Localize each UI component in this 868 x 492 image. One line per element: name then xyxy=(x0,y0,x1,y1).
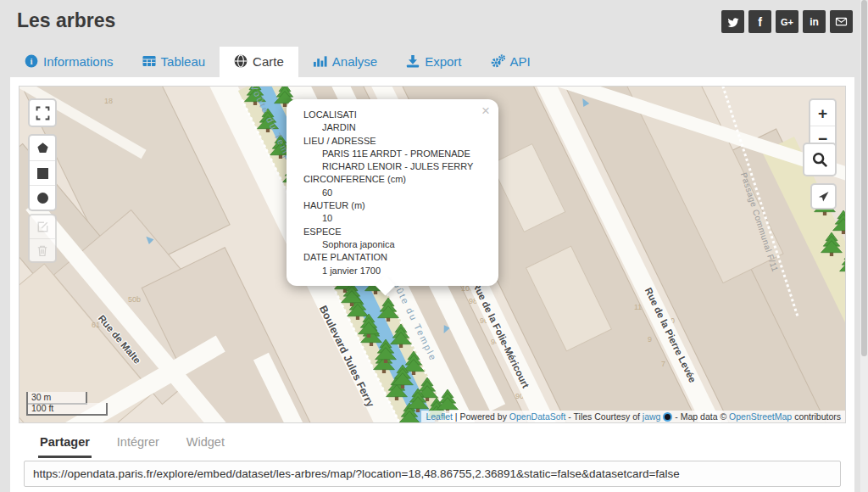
tab-export[interactable]: Export xyxy=(392,47,476,77)
draw-polygon-button[interactable] xyxy=(30,136,55,160)
popup-field-label: LOCALISATI xyxy=(303,109,487,121)
jawg-link[interactable]: jawg xyxy=(643,411,661,422)
email-share-button[interactable] xyxy=(830,10,853,33)
popup-field-value: Sophora japonica xyxy=(303,238,487,251)
circle-icon xyxy=(37,193,48,204)
draw-toolbar xyxy=(28,134,57,211)
popup-field-label: LIEU / ADRESSE xyxy=(303,135,487,148)
scrollbar-thumb[interactable] xyxy=(861,0,867,356)
scale-control: 30 m 100 ft xyxy=(26,392,108,416)
scale-imperial: 100 ft xyxy=(26,403,108,416)
bar-chart-icon xyxy=(313,54,327,68)
polygon-icon xyxy=(36,142,49,154)
tab-api[interactable]: API xyxy=(476,47,545,77)
facebook-share-button[interactable]: f xyxy=(748,10,771,33)
house-number: 7 xyxy=(661,360,665,368)
locate-arrow-icon xyxy=(817,190,830,203)
page-title: Les arbres xyxy=(17,9,115,32)
zoom-in-button[interactable]: + xyxy=(810,100,835,126)
share-url-input[interactable] xyxy=(24,461,841,487)
share-tab-partager[interactable]: Partager xyxy=(38,430,92,458)
tree-marker[interactable] xyxy=(375,339,397,363)
popup-field-value: JARDIN xyxy=(303,121,487,134)
draw-rectangle-button[interactable] xyxy=(30,160,55,185)
jawg-logo-icon xyxy=(663,412,672,422)
dataset-tabbar: iInformations Tableau Carte Analyse Expo… xyxy=(10,47,545,77)
tree-marker[interactable] xyxy=(839,251,846,275)
facebook-icon: f xyxy=(758,15,762,29)
edit-icon xyxy=(36,221,49,233)
page-scrollbar[interactable] xyxy=(860,0,868,492)
tab-analyse[interactable]: Analyse xyxy=(298,47,392,77)
house-number: 11 xyxy=(634,303,642,311)
share-tab-integrer[interactable]: Intégrer xyxy=(115,430,161,458)
leaflet-link[interactable]: Leaflet xyxy=(426,411,453,422)
locate-button[interactable] xyxy=(810,183,837,210)
tree-marker[interactable] xyxy=(341,282,363,306)
fullscreen-icon xyxy=(36,106,50,120)
content-panel: Boulevard Jules Ferry Rue de Malte Rue d… xyxy=(10,77,854,492)
delete-shapes-button[interactable] xyxy=(30,238,55,261)
tree-marker[interactable] xyxy=(832,210,846,234)
openstreetmap-link[interactable]: OpenStreetMap xyxy=(729,411,792,422)
googleplus-share-button[interactable]: G+ xyxy=(776,10,798,33)
tree-marker[interactable] xyxy=(358,314,380,338)
edit-shapes-button[interactable] xyxy=(30,215,55,238)
map-attribution: Leaflet | Powered by OpenDataSoft - Tile… xyxy=(421,411,845,422)
map-canvas[interactable]: Boulevard Jules Ferry Rue de Malte Rue d… xyxy=(19,86,846,423)
email-icon xyxy=(835,15,848,28)
popup-field-value: 60 xyxy=(303,187,487,199)
tab-tableau[interactable]: Tableau xyxy=(128,47,220,77)
house-number: 9 xyxy=(648,335,652,344)
linkedin-icon: in xyxy=(810,16,819,28)
share-tabbar: Partager Intégrer Widget xyxy=(38,430,226,458)
popup-field-value: 10 xyxy=(303,212,487,225)
house-number: 18 xyxy=(104,97,113,105)
popup-field-value: PARIS 11E ARRDT - PROMENADE xyxy=(303,148,487,160)
tab-carte[interactable]: Carte xyxy=(220,47,298,77)
tree-marker[interactable] xyxy=(392,365,414,389)
twitter-share-button[interactable] xyxy=(721,10,744,33)
popup-field-label: ESPECE xyxy=(303,226,487,238)
trash-icon xyxy=(36,244,48,257)
draw-circle-button[interactable] xyxy=(30,185,55,210)
tree-marker[interactable] xyxy=(407,389,429,412)
tab-informations[interactable]: iInformations xyxy=(10,47,128,77)
table-icon xyxy=(142,54,156,68)
house-number: 50b xyxy=(128,295,141,304)
close-icon[interactable]: × xyxy=(481,103,490,118)
tree-marker[interactable] xyxy=(437,389,459,413)
popup-field-value: 1 janvier 1700 xyxy=(303,265,487,277)
opendatasoft-link[interactable]: OpenDataSoft xyxy=(509,411,566,422)
search-button[interactable] xyxy=(803,143,837,176)
popup-field-label: HAUTEUR (m) xyxy=(303,199,487,212)
download-icon xyxy=(406,54,420,68)
share-tab-widget[interactable]: Widget xyxy=(185,430,226,458)
popup-field-label: CIRCONFERENCE (cm) xyxy=(303,173,487,186)
linkedin-share-button[interactable]: in xyxy=(803,10,826,33)
edit-toolbar xyxy=(28,214,57,263)
rectangle-icon xyxy=(37,168,48,179)
svg-text:i: i xyxy=(30,56,32,66)
social-bar: f G+ in xyxy=(721,10,853,33)
globe-icon xyxy=(234,54,248,68)
tree-marker[interactable] xyxy=(377,298,399,321)
search-icon xyxy=(811,151,828,168)
google-plus-icon: G+ xyxy=(781,17,793,27)
popup-field-label: DATE PLANTATION xyxy=(303,251,487,264)
popup-field-value: RICHARD LENOIR - JULES FERRY xyxy=(303,160,487,173)
tree-info-popup: × LOCALISATI JARDIN LIEU / ADRESSE PARIS… xyxy=(287,99,498,286)
fullscreen-button[interactable] xyxy=(28,98,57,127)
gears-icon xyxy=(491,54,505,68)
twitter-icon xyxy=(726,15,740,29)
info-icon: i xyxy=(25,54,38,68)
